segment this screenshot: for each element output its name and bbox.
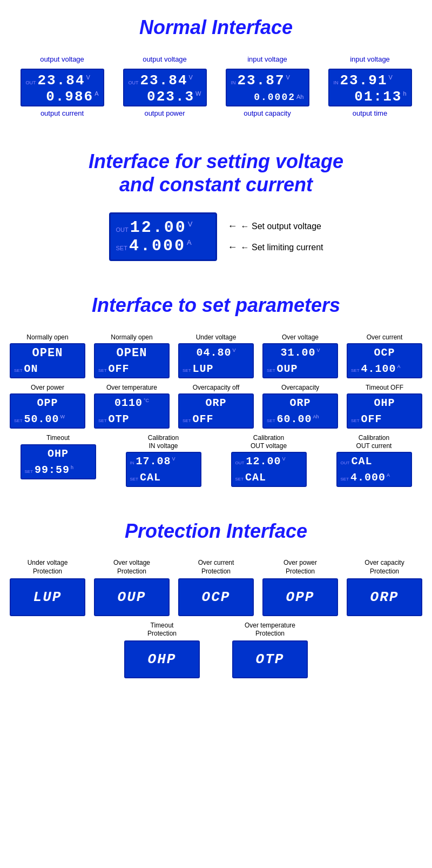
- lcd-display-4: IN 23.91 V 01:13 h: [328, 69, 412, 106]
- pd-set-val-13: CAL: [245, 471, 266, 484]
- param-timeout-off: Timeout OFF OHP SET OFF: [345, 384, 424, 429]
- param-display-2: OPEN SET OFF: [94, 343, 170, 378]
- param-caption-9: Overcapacity: [281, 384, 319, 391]
- prot-caption-orp: Over capacityProtection: [364, 559, 404, 576]
- pd-set-val-3: LUP: [193, 363, 214, 375]
- out-label-1: OUT: [26, 80, 36, 85]
- param-cal-out-current: Calibration OUT current OUT CAL SET 4.00…: [324, 434, 424, 487]
- pd-set-label-8: SET: [183, 418, 191, 423]
- prot-val-lup: LUP: [33, 589, 62, 605]
- pd-set-val-6: 50.00: [24, 413, 59, 425]
- in-label-3: IN: [231, 80, 236, 85]
- setting-out-label: OUT: [116, 226, 129, 233]
- prot-display-oup: OUP: [94, 578, 170, 616]
- params-interface-section: Normally open OPEN SET ON Normally open …: [0, 328, 432, 504]
- disp-unit-3-row2: Ah: [296, 94, 303, 100]
- pd-set-label-3: SET: [183, 368, 191, 373]
- param-display-13: OUT 12.00 V SET CAL: [231, 452, 307, 487]
- params-row-1: Normally open OPEN SET ON Normally open …: [8, 333, 424, 378]
- param-display-8-row2: SET OFF: [183, 413, 249, 425]
- param-caption-11: Timeout: [46, 434, 70, 442]
- param-caption-1: Normally open: [26, 333, 68, 341]
- setting-row2-unit: A: [187, 238, 192, 246]
- out-cal-label-13: OUT: [235, 460, 245, 465]
- param-display-9: ORP SET 60.00 Ah: [262, 393, 338, 429]
- prot-val-oup: OUP: [118, 589, 146, 605]
- param-display-14-row1: OUT CAL: [341, 455, 408, 468]
- arrow-current-icon: ←: [228, 242, 238, 253]
- normal-interface-title: Normal Interface: [0, 0, 432, 50]
- display-2-row1: OUT 23.84 V: [129, 72, 201, 89]
- pd-set-label-5: SET: [351, 368, 360, 373]
- pd-set-val-5: 4.100: [361, 363, 396, 375]
- disp-val-3-row2: 0.0002: [254, 92, 295, 103]
- prot-val-ocp: OCP: [202, 589, 231, 605]
- disp-unit-4-row1: V: [389, 74, 393, 81]
- pd-val-7-row1: 0110: [114, 397, 143, 409]
- param-display-4-row1: 31.00 V: [267, 346, 334, 359]
- setting-lcd-display: OUT 12.00 V SET 4.000 A: [109, 212, 217, 261]
- setting-interface-section: OUT 12.00 V SET 4.000 A ← ← Set output v…: [0, 207, 432, 277]
- pd-val-3-row1: 04.80: [196, 346, 231, 359]
- prot-display-orp: ORP: [347, 578, 422, 616]
- disp-val-4-row1: 23.91: [340, 72, 388, 89]
- setting-row2: SET 4.000 A: [116, 237, 210, 255]
- pd-set-unit-14: A: [387, 472, 390, 478]
- disp-val-1-row2: 0.986: [46, 89, 93, 105]
- pd-set-val-7: OTP: [109, 413, 130, 425]
- annotation-voltage: ← ← Set output voltage: [228, 221, 323, 232]
- caption-input-voltage-4: input voltage: [350, 55, 390, 63]
- pd-set-label-9: SET: [267, 418, 275, 423]
- param-under-voltage: Under voltage 04.80 V SET LUP: [177, 333, 255, 378]
- protection-row-1: Under voltageProtection LUP Over voltage…: [8, 559, 424, 616]
- pd-set-unit-6: W: [60, 414, 65, 419]
- disp-unit-4-row2: h: [403, 90, 406, 97]
- pd-val-4-row1: 31.00: [280, 346, 315, 359]
- pd-val-8-row1: ORP: [205, 397, 226, 409]
- caption-output-voltage-1: output voltage: [40, 55, 84, 63]
- display-voltage-power: output voltage OUT 23.84 V 023.3 W outpu…: [123, 55, 207, 117]
- caption-output-voltage-2: output voltage: [143, 55, 187, 63]
- pd-set-val-14: 4.000: [350, 471, 386, 484]
- pd-set-label-11: SET: [25, 469, 33, 474]
- param-caption-14: Calibration OUT current: [356, 434, 392, 450]
- pd-set-label-14: SET: [341, 477, 349, 482]
- param-cal-in-voltage: Calibration IN voltage IN 17.08 V SET CA…: [113, 434, 213, 487]
- pd-set-val-4: OUP: [277, 363, 298, 375]
- pd-unit-7: °C: [144, 398, 149, 403]
- param-display-11-row1: OHP: [25, 448, 92, 460]
- prot-over-capacity: Over capacityProtection ORP: [345, 559, 424, 616]
- disp-val-1-row1: 23.84: [38, 72, 85, 89]
- prot-val-ohp: OHP: [148, 651, 177, 667]
- caption-output-capacity: output capacity: [244, 109, 291, 117]
- param-display-6-row1: OPP: [14, 397, 81, 409]
- param-caption-13: Calibration OUT voltage: [251, 434, 287, 450]
- pd-val-11-row1: OHP: [48, 448, 69, 460]
- disp-unit-1-row1: V: [86, 74, 90, 81]
- pd-unit-13: V: [282, 456, 285, 462]
- pd-set-label-2: SET: [98, 368, 107, 373]
- pd-val-5-row1: OCP: [374, 346, 395, 359]
- param-display-4-row2: SET OUP: [267, 363, 334, 375]
- param-display-10-row2: SET OFF: [351, 413, 418, 425]
- caption-output-power: output power: [144, 109, 185, 117]
- display-voltage-current: output voltage OUT 23.84 V 0.986 A outpu…: [21, 55, 104, 117]
- display-input-voltage-capacity: input voltage IN 23.87 V 0.0002 Ah outpu…: [226, 55, 309, 117]
- setting-row1: OUT 12.00 V: [116, 218, 210, 237]
- protection-interface-section: Under voltageProtection LUP Over voltage…: [0, 553, 432, 694]
- params-row-3: Timeout OHP SET 99:59 h Calibration IN v…: [8, 434, 424, 487]
- prot-caption-ohp: TimeoutProtection: [147, 622, 177, 638]
- param-caption-8: Overcapacity off: [193, 384, 239, 391]
- protection-row-2: TimeoutProtection OHP Over temperaturePr…: [8, 622, 424, 678]
- param-caption-10: Timeout OFF: [366, 384, 403, 391]
- pd-val-2-row1: OPEN: [117, 346, 147, 360]
- pd-set-val-1: ON: [24, 363, 38, 375]
- param-display-10-row1: OHP: [351, 397, 418, 409]
- pd-set-label-12: SET: [130, 477, 139, 482]
- param-display-1: OPEN SET ON: [10, 343, 85, 378]
- pd-set-unit-5: A: [397, 364, 401, 369]
- prot-val-opp: OPP: [286, 589, 315, 605]
- pd-val-1-row1: OPEN: [32, 346, 63, 360]
- param-display-14: OUT CAL SET 4.000 A: [336, 452, 412, 487]
- param-overcapacity-off: Overcapacity off ORP SET OFF: [177, 384, 255, 429]
